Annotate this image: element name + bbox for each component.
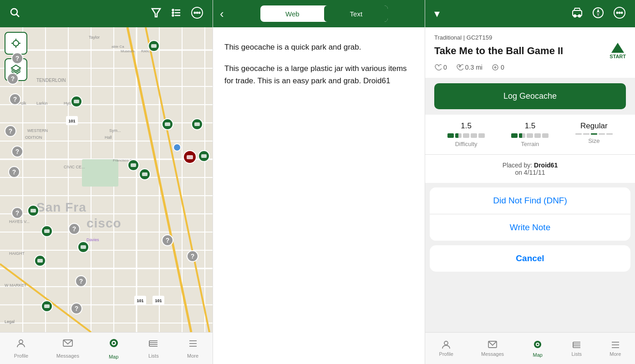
more-detail-icon[interactable] [613, 6, 626, 21]
svg-rect-45 [134, 296, 146, 305]
gc-marker-q4[interactable]: ? [5, 125, 16, 137]
gc-marker-3[interactable] [162, 118, 173, 130]
placed-by-date: on 4/11/11 [515, 169, 545, 176]
cache-title: Take Me to the Ball Game II [434, 45, 605, 57]
gc-marker-g7[interactable] [127, 159, 139, 171]
nav-item-lists[interactable]: Lists [148, 338, 159, 359]
gc-marker-q2[interactable]: ? [7, 73, 19, 85]
nav-item-profile[interactable]: Profile [14, 338, 28, 359]
distance-stat: 0.3 mi [456, 64, 483, 71]
gc-marker-q11[interactable]: ? [75, 275, 87, 287]
map-header [0, 0, 213, 27]
more-icon-nav [188, 338, 198, 352]
gc-marker-2[interactable] [71, 96, 82, 107]
right-nav-lists[interactable]: Lists [571, 340, 582, 357]
svg-rect-47 [152, 296, 164, 305]
gc-marker-g4[interactable] [77, 241, 89, 253]
nav-item-messages[interactable]: Messages [56, 338, 79, 359]
tab-text[interactable]: Text [324, 5, 388, 22]
svg-line-39 [127, 27, 191, 332]
back-button[interactable]: ‹ [220, 7, 224, 21]
gc-marker-g6[interactable] [41, 300, 53, 312]
gc-marker-q8[interactable]: ? [68, 223, 80, 235]
svg-point-101 [444, 341, 448, 345]
gc-marker-q1[interactable]: ? [11, 52, 23, 64]
list-icon[interactable] [171, 7, 182, 20]
gc-marker-6[interactable] [139, 168, 151, 180]
gc-marker-q9[interactable]: ? [162, 234, 173, 246]
gc-marker-g3[interactable] [41, 225, 53, 237]
cancel-button[interactable]: Cancel [430, 245, 630, 272]
gc-marker-5[interactable] [198, 150, 210, 162]
svg-text:Hall: Hall [105, 135, 112, 140]
right-nav-more[interactable]: More [610, 340, 621, 357]
svg-text:Sym...: Sym... [109, 128, 121, 133]
crosshair-button[interactable] [5, 32, 27, 55]
filter-icon[interactable] [151, 7, 162, 20]
terrain-bars [511, 133, 549, 138]
gc-marker-g2[interactable] [27, 205, 39, 217]
right-bottom-nav: Profile Messages Map [425, 332, 635, 364]
svg-text:101: 101 [137, 298, 143, 303]
search-icon[interactable] [9, 7, 20, 20]
dropdown-icon[interactable]: ▾ [434, 7, 440, 20]
gc-marker-q5[interactable]: ? [11, 146, 23, 157]
start-button[interactable]: START [610, 43, 626, 59]
gc-marker-q10[interactable]: ? [187, 250, 198, 262]
svg-text:HAIGHT: HAIGHT [9, 251, 25, 256]
svg-rect-43 [66, 116, 78, 125]
map-nav-icon [532, 339, 544, 351]
nav-label-more: More [187, 353, 198, 359]
gc-marker-q6[interactable]: ? [8, 166, 20, 178]
svg-point-105 [537, 344, 538, 345]
gc-marker-q3[interactable]: ? [9, 93, 21, 105]
svg-point-91 [579, 15, 581, 17]
svg-text:able Ca: able Ca [112, 45, 124, 49]
diff-bar-2 [455, 133, 462, 138]
right-nav-profile[interactable]: Profile [439, 340, 453, 357]
right-nav-messages-label: Messages [481, 351, 504, 357]
gc-marker-q7[interactable]: ? [11, 207, 23, 219]
favorites-count: 0 [443, 64, 447, 71]
nav-item-more[interactable]: More [187, 338, 198, 359]
right-nav-map[interactable]: Map [532, 339, 544, 358]
dnf-button[interactable]: Did Not Find (DNF) [430, 187, 630, 214]
cache-info-section: Traditional | GC2T159 Take Me to the Bal… [425, 27, 635, 78]
cache-stats: 0 0.3 mi 0 [434, 64, 626, 71]
placed-by-label: Placed by: [503, 162, 532, 169]
size-bars [575, 133, 613, 135]
gc-marker-q12[interactable]: ? [71, 303, 82, 314]
gc-marker-location[interactable] [173, 143, 181, 152]
gc-marker-1[interactable] [148, 40, 160, 52]
right-nav-map-label: Map [533, 352, 543, 358]
compass-icon[interactable] [592, 7, 604, 21]
svg-point-70 [13, 40, 19, 46]
map-area[interactable]: 101 101 101 Polk Larkin Hyde Taylor TEND… [0, 27, 213, 332]
lists-nav-icon [572, 340, 582, 350]
gc-marker-g5[interactable] [34, 255, 46, 267]
svg-line-1 [17, 15, 20, 17]
svg-text:HAYES V...: HAYES V... [9, 219, 30, 224]
more-icon[interactable] [191, 6, 203, 21]
log-geocache-button[interactable]: Log Geocache [434, 83, 626, 109]
nav-label-map: Map [109, 354, 118, 359]
svg-text:Taylor: Taylor [89, 35, 100, 40]
svg-point-96 [617, 12, 618, 13]
gc-marker-selected[interactable] [183, 150, 197, 164]
svg-line-40 [146, 27, 209, 332]
diff-bar-4 [471, 133, 477, 138]
gc-marker-4[interactable] [191, 118, 203, 130]
svg-text:WESTERN: WESTERN [27, 128, 48, 133]
right-nav-messages[interactable]: Messages [481, 340, 504, 357]
text-header: ‹ Web Text [213, 0, 425, 27]
svg-point-3 [173, 10, 174, 11]
write-note-button[interactable]: Write Note [430, 214, 630, 241]
size-value: Regular [580, 121, 608, 131]
tab-web[interactable]: Web [260, 5, 324, 22]
nav-item-map[interactable]: Map [107, 337, 120, 359]
car-icon[interactable] [571, 7, 583, 21]
lists-icon [148, 338, 159, 352]
svg-point-97 [619, 12, 620, 13]
profile-icon [15, 338, 26, 352]
svg-text:Larkin: Larkin [36, 101, 48, 106]
